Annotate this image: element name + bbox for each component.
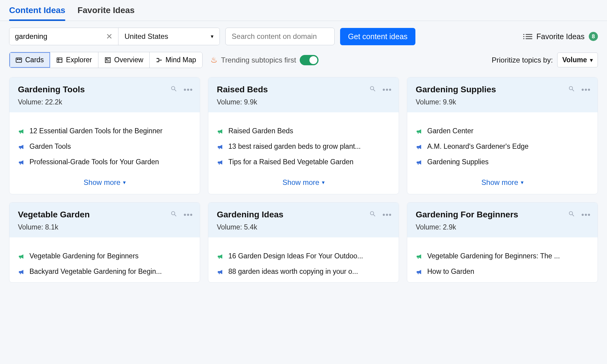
headline-row[interactable]: 16 Garden Design Ideas For Your Outdoo..… [217,248,390,264]
headline-text: 88 garden ideas worth copying in your o.… [228,267,358,276]
topic-card: Gardening For BeginnersVolume: 2.9k•••Ve… [407,202,598,283]
tab-content-ideas[interactable]: Content Ideas [9,5,65,21]
card-body: 12 Essential Garden Tools for the Beginn… [9,112,200,173]
headline-text: Backyard Vegetable Gardening for Begin..… [29,267,162,276]
overview-icon [104,57,111,63]
trending-label: Trending subtopics first [221,56,296,64]
card-header: Gardening IdeasVolume: 5.4k••• [208,202,399,237]
topic-card: Gardening SuppliesVolume: 9.9k•••Garden … [407,77,598,194]
keyword-input[interactable] [9,28,101,45]
headline-row[interactable]: Garden Tools [18,139,191,154]
card-action-icons: ••• [170,210,193,219]
show-more-button[interactable]: Show more▾ [407,173,598,194]
view-mindmap-button[interactable]: Mind Map [150,52,202,68]
megaphone-icon [416,268,423,275]
megaphone-icon [217,158,224,166]
megaphone-icon [217,253,224,260]
headline-text: Vegetable Gardening for Beginners [29,252,138,260]
domain-search-input[interactable] [225,28,335,45]
search-icon[interactable] [568,210,575,219]
view-toggle: Cards Explorer Overview Mind Map [9,52,203,68]
card-title: Gardening Tools [18,85,191,94]
prioritize-group: Prioritize topics by: Volume ▾ [492,53,598,67]
country-select[interactable]: United States ▾ [118,28,220,45]
show-more-button[interactable]: Show more▾ [9,173,200,194]
headline-row[interactable]: 88 garden ideas worth copying in your o.… [217,264,390,279]
card-body: Vegetable Gardening for Beginners: The .… [407,237,598,282]
headline-row[interactable]: Backyard Vegetable Gardening for Begin..… [18,264,191,279]
headline-row[interactable]: Professional-Grade Tools for Your Garden [18,154,191,170]
megaphone-icon [217,268,224,275]
megaphone-icon [416,128,423,135]
card-volume: Volume: 2.9k [416,223,589,231]
top-tabs: Content Ideas Favorite Ideas [0,0,607,21]
favorite-ideas-link[interactable]: Favorite Ideas 8 [526,32,598,41]
get-content-ideas-button[interactable]: Get content ideas [340,28,415,45]
megaphone-icon [18,268,25,275]
megaphone-icon [18,143,25,150]
sort-dropdown[interactable]: Volume ▾ [557,53,598,67]
headline-row[interactable]: 12 Essential Garden Tools for the Beginn… [18,123,191,139]
headline-text: 13 best raised garden beds to grow plant… [228,142,361,151]
headline-text: 12 Essential Garden Tools for the Beginn… [29,127,162,135]
headline-text: Tips for a Raised Bed Vegetable Garden [228,158,353,166]
search-icon[interactable] [369,210,376,219]
headline-text: Professional-Grade Tools for Your Garden [29,158,159,166]
card-title: Gardening For Beginners [416,210,589,219]
headline-row[interactable]: Garden Center [416,123,589,139]
search-icon[interactable] [170,85,177,94]
chevron-down-icon: ▾ [123,179,126,186]
headline-row[interactable]: Tips for a Raised Bed Vegetable Garden [217,154,390,170]
headline-row[interactable]: Raised Garden Beds [217,123,390,139]
headline-text: How to Garden [427,267,474,276]
headline-row[interactable]: 13 best raised garden beds to grow plant… [217,139,390,154]
fire-icon: ♨ [210,55,217,65]
chevron-down-icon: ▾ [211,33,213,40]
megaphone-icon [18,128,25,135]
cards-icon [15,57,22,63]
headline-row[interactable]: Vegetable Gardening for Beginners: The .… [416,248,589,264]
view-explorer-button[interactable]: Explorer [50,52,98,68]
card-body: Garden CenterA.M. Leonard's Gardener's E… [407,112,598,173]
more-icon[interactable]: ••• [581,210,591,219]
show-more-button[interactable]: Show more▾ [208,173,399,194]
megaphone-icon [18,158,25,166]
toolbar-row-2: Cards Explorer Overview Mind Map ♨ Trend… [0,45,607,77]
card-title: Raised Beds [217,85,390,94]
sort-value: Volume [562,56,587,64]
view-mindmap-label: Mind Map [165,56,196,64]
headline-row[interactable]: How to Garden [416,264,589,279]
view-cards-button[interactable]: Cards [9,52,50,68]
card-title: Gardening Supplies [416,85,589,94]
search-icon[interactable] [170,210,177,219]
clear-keyword-button[interactable]: ✕ [101,28,118,45]
view-overview-button[interactable]: Overview [98,52,150,68]
headline-text: Garden Tools [29,142,71,151]
more-icon[interactable]: ••• [184,210,193,219]
headline-row[interactable]: Vegetable Gardening for Beginners [18,248,191,264]
card-action-icons: ••• [568,85,591,94]
headline-row[interactable]: A.M. Leonard's Gardener's Edge [416,139,589,154]
search-icon[interactable] [568,85,575,94]
tab-favorite-ideas[interactable]: Favorite Ideas [77,5,135,21]
card-header: Gardening For BeginnersVolume: 2.9k••• [407,202,598,237]
headline-row[interactable]: Gardening Supplies [416,154,589,170]
megaphone-icon [18,253,25,260]
more-icon[interactable]: ••• [184,85,193,94]
more-icon[interactable]: ••• [581,85,591,94]
card-body: 16 Garden Design Ideas For Your Outdoo..… [208,237,399,282]
keyword-country-group: ✕ United States ▾ [9,28,220,45]
trending-toggle[interactable] [300,55,319,65]
headline-text: Gardening Supplies [427,158,489,166]
card-action-icons: ••• [568,210,591,219]
card-volume: Volume: 9.9k [217,98,390,106]
more-icon[interactable]: ••• [383,85,392,94]
more-icon[interactable]: ••• [383,210,392,219]
megaphone-icon [416,158,423,166]
headline-text: Garden Center [427,127,473,135]
chevron-down-icon: ▾ [590,57,593,63]
trending-toggle-group: ♨ Trending subtopics first [210,55,319,65]
card-header: Vegetable GardenVolume: 8.1k••• [9,202,200,237]
card-action-icons: ••• [369,210,392,219]
search-icon[interactable] [369,85,376,94]
